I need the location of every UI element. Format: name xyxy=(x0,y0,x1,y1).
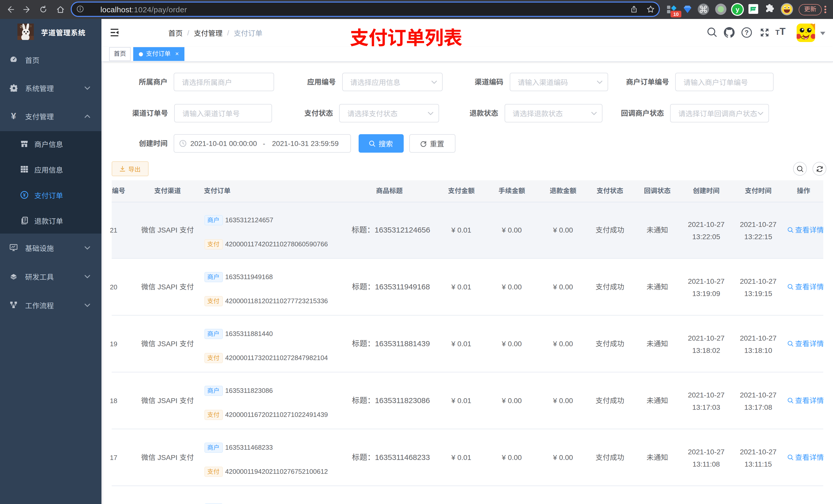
svg-text:?: ? xyxy=(745,29,748,36)
svg-text:¥: ¥ xyxy=(23,193,26,198)
svg-text:¥: ¥ xyxy=(11,112,16,120)
svg-text:y: y xyxy=(736,5,739,13)
